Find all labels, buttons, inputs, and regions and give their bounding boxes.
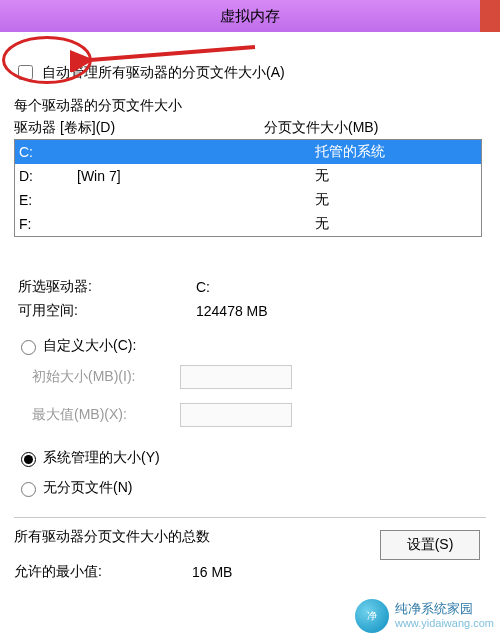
max-size-input	[180, 403, 292, 427]
drive-size: 无	[277, 215, 481, 233]
per-drive-header: 每个驱动器的分页文件大小	[14, 97, 486, 115]
radio-none-row: 无分页文件(N)	[16, 477, 486, 499]
drive-size: 托管的系统	[277, 143, 481, 161]
watermark-name: 纯净系统家园	[395, 602, 494, 617]
radio-none[interactable]	[21, 482, 36, 497]
window-title: 虚拟内存	[220, 7, 280, 26]
watermark-url: www.yidaiwang.com	[395, 617, 494, 630]
min-allowed-key: 允许的最小值:	[14, 563, 192, 581]
free-space-val: 124478 MB	[196, 303, 268, 319]
selected-drive-key: 所选驱动器:	[18, 278, 196, 296]
initial-size-row: 初始大小(MB)(I):	[32, 365, 486, 389]
drive-letter: C:	[19, 144, 77, 160]
drive-letter: E:	[19, 192, 77, 208]
selected-drive-info: 所选驱动器: C: 可用空间: 124478 MB	[18, 275, 486, 323]
auto-manage-checkbox[interactable]	[18, 65, 33, 80]
radio-custom[interactable]	[21, 340, 36, 355]
max-size-row: 最大值(MB)(X):	[32, 403, 486, 427]
dialog-content: 自动管理所有驱动器的分页文件大小(A) 每个驱动器的分页文件大小 驱动器 [卷标…	[0, 32, 500, 584]
initial-size-input	[180, 365, 292, 389]
drive-size: 无	[277, 167, 481, 185]
drive-size: 无	[277, 191, 481, 209]
drive-row[interactable]: F: 无	[15, 212, 481, 236]
col-drive-label: 驱动器 [卷标](D)	[14, 119, 264, 137]
selected-drive-val: C:	[196, 279, 210, 295]
initial-size-label: 初始大小(MB)(I):	[32, 368, 180, 386]
watermark: 净 纯净系统家园 www.yidaiwang.com	[355, 599, 494, 633]
drive-letter: D:	[19, 168, 77, 184]
col-size-label: 分页文件大小(MB)	[264, 119, 486, 137]
set-button-label: 设置(S)	[407, 536, 454, 554]
radio-custom-row: 自定义大小(C):	[16, 335, 486, 357]
radio-none-label: 无分页文件(N)	[43, 479, 132, 497]
drive-label: [Win 7]	[77, 168, 277, 184]
min-allowed-val: 16 MB	[192, 564, 232, 580]
drive-row[interactable]: C: 托管的系统	[15, 140, 481, 164]
radio-system-row: 系统管理的大小(Y)	[16, 447, 486, 469]
free-space-key: 可用空间:	[18, 302, 196, 320]
set-button[interactable]: 设置(S)	[380, 530, 480, 560]
drive-list[interactable]: C: 托管的系统 D: [Win 7] 无 E: 无 F: 无	[14, 139, 482, 237]
drive-list-header: 驱动器 [卷标](D) 分页文件大小(MB)	[14, 119, 486, 137]
drive-row[interactable]: D: [Win 7] 无	[15, 164, 481, 188]
close-button[interactable]	[480, 0, 500, 32]
auto-manage-label: 自动管理所有驱动器的分页文件大小(A)	[42, 64, 285, 82]
max-size-label: 最大值(MB)(X):	[32, 406, 180, 424]
radio-custom-label: 自定义大小(C):	[43, 337, 136, 355]
title-bar: 虚拟内存	[0, 0, 500, 32]
radio-system-label: 系统管理的大小(Y)	[43, 449, 160, 467]
auto-manage-row: 自动管理所有驱动器的分页文件大小(A)	[14, 62, 486, 83]
drive-row[interactable]: E: 无	[15, 188, 481, 212]
watermark-logo-icon: 净	[355, 599, 389, 633]
radio-system[interactable]	[21, 452, 36, 467]
drive-letter: F:	[19, 216, 77, 232]
